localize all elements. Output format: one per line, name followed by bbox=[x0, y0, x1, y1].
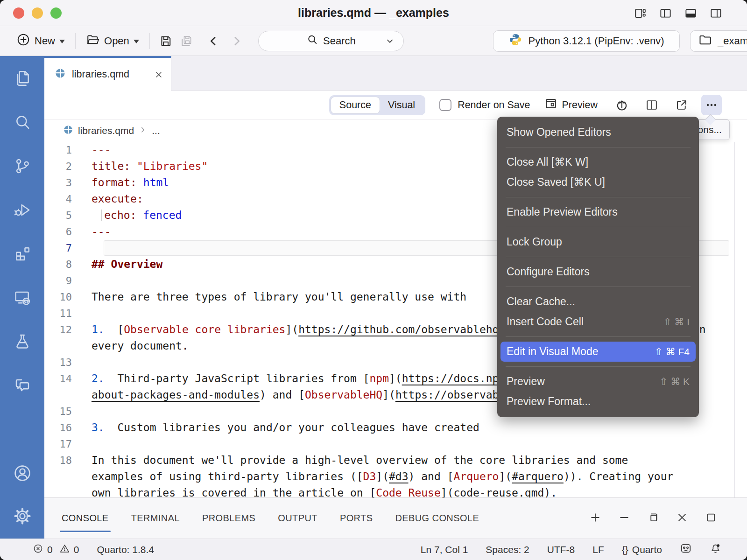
chevron-down-icon bbox=[134, 40, 139, 43]
panel-actions bbox=[587, 511, 719, 526]
quarto-version-status[interactable]: Quarto: 1.8.4 bbox=[97, 544, 154, 555]
panel-tab-output[interactable]: OUTPUT bbox=[277, 511, 318, 525]
language-mode-status[interactable]: {} Quarto bbox=[622, 544, 662, 555]
testing-icon bbox=[13, 332, 32, 353]
menu-item-configure-editors[interactable]: Configure Editors bbox=[497, 262, 699, 282]
menu-item-lock-group[interactable]: Lock Group bbox=[497, 232, 699, 252]
smiley-icon bbox=[680, 542, 692, 554]
new-button[interactable]: New bbox=[12, 30, 70, 52]
code-line[interactable]: examples of using third-party libraries … bbox=[44, 469, 747, 485]
indentation-status[interactable]: Spaces: 2 bbox=[486, 544, 529, 555]
menu-item-clear-cache[interactable]: Clear Cache... bbox=[497, 292, 699, 312]
open-in-new-window-button[interactable] bbox=[671, 95, 692, 115]
save-all-button[interactable] bbox=[176, 31, 197, 51]
line-number: 3 bbox=[44, 175, 78, 191]
source-control-icon bbox=[13, 157, 32, 177]
feedback-button[interactable] bbox=[680, 542, 692, 557]
quarto-icon bbox=[55, 68, 66, 82]
context-menu: Show Opened EditorsClose All [⌘K W]Close… bbox=[497, 117, 699, 417]
panel-tab-ports[interactable]: PORTS bbox=[339, 511, 374, 525]
visual-mode-button[interactable]: Visual bbox=[380, 97, 423, 113]
close-tab-icon[interactable] bbox=[154, 70, 163, 79]
panel-add-button[interactable] bbox=[587, 511, 603, 526]
menu-item-preview[interactable]: Preview⇧ ⌘ K bbox=[497, 371, 699, 392]
menu-item-enable-preview-editors[interactable]: Enable Preview Editors bbox=[497, 202, 699, 222]
back-button[interactable] bbox=[203, 31, 224, 51]
split-editor-button[interactable] bbox=[641, 95, 662, 115]
sidebar-item-search[interactable] bbox=[11, 112, 34, 134]
toggle-bottom-panel-icon[interactable] bbox=[683, 5, 698, 21]
sidebar-item-account[interactable] bbox=[11, 463, 34, 485]
sidebar-item-chat[interactable] bbox=[11, 375, 34, 398]
extensions-icon bbox=[13, 245, 32, 265]
sidebar-item-remote-explorer[interactable] bbox=[11, 287, 34, 310]
encoding-status[interactable]: UTF-8 bbox=[547, 544, 575, 555]
line-col-status[interactable]: Ln 7, Col 1 bbox=[421, 544, 468, 555]
sidebar-item-source-control[interactable] bbox=[11, 156, 34, 178]
close-icon bbox=[676, 511, 688, 525]
breadcrumb-file[interactable]: libraries.qmd bbox=[78, 125, 134, 136]
plus-circle-icon bbox=[16, 33, 30, 49]
panel-tab-debug-console[interactable]: DEBUG CONSOLE bbox=[394, 511, 480, 525]
menu-item-label: Close All [⌘K W] bbox=[507, 156, 588, 168]
problems-status[interactable]: 0 0 bbox=[33, 543, 79, 556]
line-number: 16 bbox=[44, 420, 78, 436]
panel-maximize-button[interactable] bbox=[703, 511, 719, 526]
line-number bbox=[44, 469, 78, 485]
titlebar: libraries.qmd — _examples bbox=[0, 0, 747, 26]
notifications-button[interactable] bbox=[710, 543, 721, 557]
error-icon bbox=[33, 543, 43, 556]
menu-item-preview-format[interactable]: Preview Format... bbox=[497, 392, 699, 412]
customize-layout-icon[interactable] bbox=[632, 5, 648, 21]
toggle-primary-sidebar-icon[interactable] bbox=[657, 5, 673, 21]
panel-restore-button[interactable] bbox=[645, 511, 661, 526]
more-actions-button[interactable] bbox=[701, 95, 722, 115]
sidebar-item-settings[interactable] bbox=[11, 506, 34, 528]
eol-status[interactable]: LF bbox=[592, 544, 604, 555]
activity-bar-bottom bbox=[11, 463, 34, 528]
editor-tabstrip: libraries.qmd bbox=[44, 56, 747, 91]
panel-tab-terminal[interactable]: TERMINAL bbox=[130, 511, 181, 525]
panel-tab-console[interactable]: CONSOLE bbox=[61, 511, 110, 525]
save-button[interactable] bbox=[155, 31, 176, 51]
open-external-icon bbox=[675, 98, 688, 112]
open-button[interactable]: Open bbox=[81, 30, 144, 52]
interpreter-selector[interactable]: Python 3.12.1 (PipEnv: .venv) bbox=[493, 30, 680, 52]
tab-libraries-qmd[interactable]: libraries.qmd bbox=[44, 56, 171, 91]
minimize-icon bbox=[618, 511, 630, 525]
menu-item-close-saved-k-u[interactable]: Close Saved [⌘K U] bbox=[497, 172, 699, 192]
code-line[interactable]: own libraries is covered in the article … bbox=[44, 485, 747, 497]
line-number: 10 bbox=[44, 289, 78, 305]
search-input[interactable]: Search bbox=[258, 31, 404, 51]
panel-tab-problems[interactable]: PROBLEMS bbox=[201, 511, 256, 525]
menu-item-label: Preview Format... bbox=[507, 395, 591, 408]
sidebar-item-extensions[interactable] bbox=[11, 244, 34, 266]
menu-item-edit-in-visual-mode[interactable]: Edit in Visual Mode⇧ ⌘ F4 bbox=[500, 342, 696, 362]
line-number: 11 bbox=[44, 305, 78, 322]
project-button[interactable]: _examples bbox=[690, 30, 747, 52]
code-line[interactable]: 18In this document we'll provide a high-… bbox=[44, 452, 747, 469]
menu-item-close-all-k-w[interactable]: Close All [⌘K W] bbox=[497, 152, 699, 172]
source-mode-button[interactable]: Source bbox=[331, 97, 380, 113]
code-line[interactable]: 17 bbox=[44, 436, 747, 452]
menu-item-label: Preview bbox=[507, 375, 545, 388]
menu-item-label: Lock Group bbox=[507, 236, 562, 248]
sidebar-item-run-debug[interactable] bbox=[11, 200, 34, 222]
breadcrumb-ellipsis[interactable]: ... bbox=[152, 125, 160, 136]
code-line[interactable]: 163. Custom libraries you and/or your co… bbox=[44, 420, 747, 436]
panel-minimize-button[interactable] bbox=[616, 511, 632, 526]
menu-item-insert-code-cell[interactable]: Insert Code Cell⇧ ⌘ I bbox=[497, 312, 699, 332]
forward-button[interactable] bbox=[226, 31, 247, 51]
toggle-secondary-sidebar-icon[interactable] bbox=[708, 5, 724, 21]
sidebar-item-testing[interactable] bbox=[11, 331, 34, 354]
menu-item-show-opened-editors[interactable]: Show Opened Editors bbox=[497, 122, 699, 142]
line-number: 14 bbox=[44, 371, 78, 387]
sidebar-item-explorer[interactable] bbox=[11, 68, 34, 91]
render-on-save-checkbox[interactable] bbox=[439, 99, 451, 111]
line-number: 6 bbox=[44, 224, 78, 240]
line-number bbox=[44, 485, 78, 497]
publish-button[interactable] bbox=[612, 95, 632, 115]
panel-close-button[interactable] bbox=[674, 511, 690, 526]
panel-tabs: CONSOLETERMINALPROBLEMSOUTPUTPORTSDEBUG … bbox=[61, 511, 480, 525]
preview-button[interactable]: Preview bbox=[544, 97, 598, 113]
